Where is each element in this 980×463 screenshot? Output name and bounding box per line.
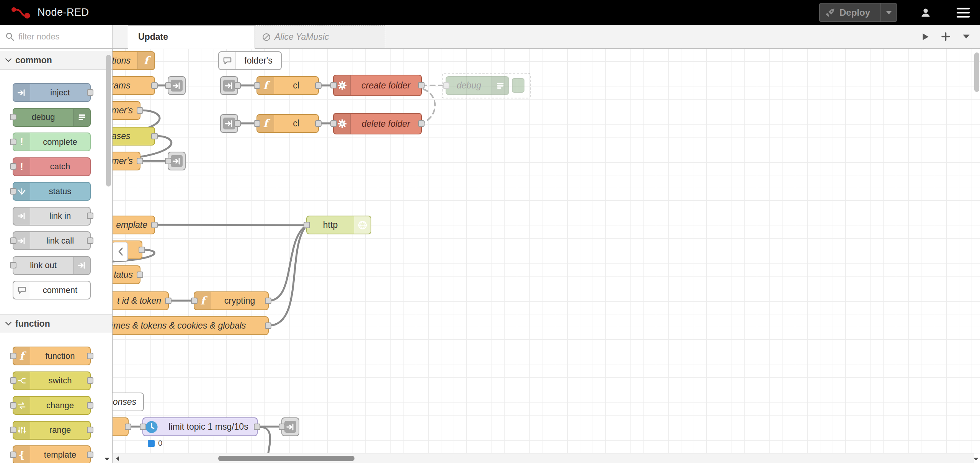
node-port-right[interactable] xyxy=(87,402,93,409)
node-port-left[interactable] xyxy=(330,120,337,127)
node-port-right[interactable] xyxy=(165,298,172,304)
canvas-horizontal-scrollbar[interactable] xyxy=(218,456,354,461)
node-tatus[interactable]: tatus xyxy=(113,265,140,284)
node-port-right[interactable] xyxy=(151,82,158,89)
palette-search[interactable] xyxy=(0,25,113,48)
node-port-right[interactable] xyxy=(315,120,322,127)
node-port-right[interactable] xyxy=(254,424,260,430)
node-create-folder[interactable]: create folder xyxy=(333,75,422,96)
node-port-right[interactable] xyxy=(87,353,93,359)
node-port-right[interactable] xyxy=(139,247,145,253)
node-port-left[interactable] xyxy=(279,424,285,430)
add-flow-button[interactable] xyxy=(941,31,951,42)
node-timers-upper[interactable]: Timer's xyxy=(113,101,140,120)
node-port-left[interactable] xyxy=(10,237,16,244)
node-port-left[interactable] xyxy=(191,298,198,304)
node-port-right[interactable] xyxy=(87,427,93,433)
tab-list-caret-button[interactable] xyxy=(962,34,970,39)
func-cl-2[interactable]: fcl xyxy=(256,114,319,133)
node-times-tokens[interactable]: t times & tokens & cookies & globals xyxy=(113,316,269,335)
node-port-right[interactable] xyxy=(151,222,158,228)
node-id-token[interactable]: t id & token xyxy=(113,291,169,310)
palette-node-link-out[interactable]: link out xyxy=(13,256,91,275)
palette-node-range[interactable]: range xyxy=(13,421,91,440)
canvas-scroll-down-icon[interactable] xyxy=(973,457,979,461)
main-menu-button[interactable] xyxy=(954,5,972,21)
expand-tabs-button[interactable] xyxy=(922,33,929,41)
node-port-right[interactable] xyxy=(137,272,143,278)
node-port-left[interactable] xyxy=(10,353,16,359)
palette-node-debug[interactable]: debug xyxy=(13,108,91,127)
node-port-left[interactable] xyxy=(254,120,260,127)
node-port-left[interactable] xyxy=(10,188,16,195)
palette-node-link-in[interactable]: link in xyxy=(13,207,91,226)
palette-scrollbar[interactable] xyxy=(106,55,111,187)
node-port-right[interactable] xyxy=(87,213,93,219)
node-port-right[interactable] xyxy=(87,377,93,384)
node-port-left[interactable] xyxy=(330,82,337,88)
canvas-scroll-left-icon[interactable] xyxy=(116,456,119,461)
palette-collapse-button[interactable] xyxy=(113,242,128,261)
deploy-button[interactable]: Deploy xyxy=(819,3,897,22)
palette-category-function[interactable]: function xyxy=(0,314,112,333)
node-bases[interactable]: Bases xyxy=(113,127,155,146)
palette-node-link-call[interactable]: link call xyxy=(13,231,91,250)
tab-update[interactable]: Update xyxy=(128,25,255,49)
user-button[interactable] xyxy=(916,5,935,21)
node-port-right[interactable] xyxy=(137,107,143,114)
palette-node-change[interactable]: change xyxy=(13,396,91,415)
palette-scroll-down-icon[interactable] xyxy=(104,457,110,461)
link-out-b[interactable] xyxy=(168,152,186,170)
node-port-left[interactable] xyxy=(165,82,172,89)
node-port-left[interactable] xyxy=(10,114,16,120)
node-port-right[interactable] xyxy=(265,322,271,329)
node-port-right[interactable] xyxy=(125,424,131,430)
node-port-left[interactable] xyxy=(10,262,16,268)
node-port-right[interactable] xyxy=(418,120,425,127)
func-cl-1[interactable]: fcl xyxy=(256,76,319,95)
tab-alice-yamusic[interactable]: Alice YaMusic xyxy=(255,25,385,48)
node-port-left[interactable] xyxy=(140,424,146,430)
palette-node-complete[interactable]: !complete xyxy=(13,133,91,151)
comment-onses[interactable]: onses xyxy=(113,393,144,411)
node-port-left[interactable] xyxy=(443,82,449,89)
link-out-c[interactable] xyxy=(281,417,299,436)
node-port-left[interactable] xyxy=(304,222,310,228)
palette-node-comment[interactable]: comment xyxy=(13,281,91,299)
debug-toggle-button[interactable] xyxy=(512,78,524,93)
node-debug-ghost[interactable]: debug xyxy=(446,76,509,95)
node-port-left[interactable] xyxy=(10,452,16,458)
node-port-right[interactable] xyxy=(137,158,143,164)
node-port-left[interactable] xyxy=(10,139,16,145)
node-port-right[interactable] xyxy=(234,82,241,89)
node-port-right[interactable] xyxy=(234,120,241,127)
node-port-left[interactable] xyxy=(10,377,16,384)
node-port-left[interactable] xyxy=(10,402,16,409)
node-delete-folder[interactable]: delete folder xyxy=(333,113,422,134)
palette-node-template[interactable]: {template xyxy=(13,445,91,463)
link-out-a[interactable] xyxy=(168,76,186,95)
palette-node-inject[interactable]: inject xyxy=(13,83,91,102)
link-in-2[interactable] xyxy=(220,114,238,133)
node-port-right[interactable] xyxy=(418,82,425,88)
deploy-options-caret[interactable] xyxy=(880,3,897,21)
node-port-left[interactable] xyxy=(165,158,172,164)
func-crypting[interactable]: fcrypting xyxy=(194,291,269,310)
palette-node-catch[interactable]: !catch xyxy=(13,157,91,176)
canvas-vertical-scrollbar[interactable] xyxy=(974,52,979,92)
search-input[interactable] xyxy=(18,32,103,42)
node-arams[interactable]: arams xyxy=(113,76,155,95)
flow-canvas[interactable]: folder'stionsfaramsTimer'sBasestimer'sfc… xyxy=(113,49,980,463)
wire[interactable] xyxy=(155,225,306,225)
node-port-left[interactable] xyxy=(254,82,260,89)
node-emplate[interactable]: emplate xyxy=(113,216,155,234)
node-port-right[interactable] xyxy=(87,452,93,458)
palette-category-common[interactable]: common xyxy=(0,51,112,70)
node-port-left[interactable] xyxy=(10,427,16,433)
func-tions[interactable]: tionsf xyxy=(113,51,155,70)
node-port-right[interactable] xyxy=(87,89,93,96)
node-bottom-cut[interactable] xyxy=(113,417,129,436)
node-port-left[interactable] xyxy=(10,163,16,170)
node-port-right[interactable] xyxy=(315,82,322,89)
node-port-right[interactable] xyxy=(87,237,93,244)
